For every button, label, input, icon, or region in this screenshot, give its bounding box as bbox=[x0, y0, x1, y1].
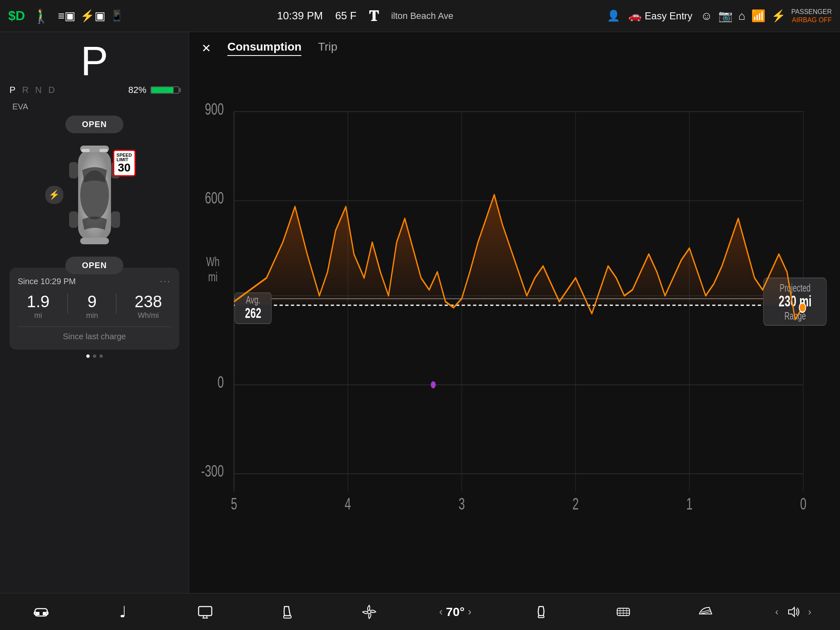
dollar-d-icon: $D bbox=[8, 8, 25, 23]
svg-rect-3 bbox=[69, 211, 78, 228]
stats-menu-dots[interactable]: ··· bbox=[160, 276, 171, 287]
svg-text:1: 1 bbox=[686, 495, 692, 513]
volume-control: ‹ › bbox=[775, 600, 811, 624]
svg-rect-8 bbox=[81, 149, 90, 152]
seat-icon[interactable] bbox=[275, 600, 300, 624]
svg-text:262: 262 bbox=[245, 305, 261, 321]
right-panel: ✕ Consumption Trip 900 60 bbox=[189, 32, 840, 593]
svg-rect-48 bbox=[36, 612, 39, 615]
close-button[interactable]: ✕ bbox=[201, 42, 211, 55]
consumption-chart: 900 600 0 -300 Wh mi 5 4 3 2 1 0 Avg. 26… bbox=[201, 64, 828, 551]
eva-label: EVA bbox=[12, 102, 28, 111]
stat-time-value: 9 bbox=[86, 293, 98, 310]
menu-icon[interactable]: ≡▣ bbox=[58, 9, 75, 23]
svg-point-46 bbox=[799, 303, 806, 312]
wifi-icon: 📶 bbox=[751, 9, 766, 23]
svg-text:900: 900 bbox=[205, 100, 224, 118]
svg-rect-7 bbox=[80, 238, 109, 244]
gear-p[interactable]: P bbox=[9, 85, 16, 95]
stat-distance-value: 1.9 bbox=[27, 293, 50, 310]
svg-text:2: 2 bbox=[572, 495, 579, 513]
stat-time: 9 min bbox=[86, 293, 98, 320]
svg-rect-9 bbox=[100, 149, 108, 152]
svg-rect-2 bbox=[69, 162, 78, 178]
volume-icon[interactable] bbox=[781, 600, 805, 624]
stat-divider-2 bbox=[116, 293, 116, 314]
tab-consumption[interactable]: Consumption bbox=[227, 40, 301, 56]
stat-distance: 1.9 mi bbox=[27, 293, 50, 320]
stats-row: 1.9 mi 9 min 238 Wh/mi bbox=[18, 293, 171, 320]
svg-text:600: 600 bbox=[205, 189, 224, 207]
easy-entry-icon: 🚗 bbox=[628, 9, 641, 22]
battery-bar bbox=[150, 86, 179, 94]
svg-text:5: 5 bbox=[231, 495, 237, 513]
smiley-icon[interactable]: ☺ bbox=[701, 9, 713, 23]
gear-n[interactable]: N bbox=[35, 85, 42, 95]
defrost-rear-icon[interactable] bbox=[611, 600, 636, 624]
battery-info: 82% bbox=[128, 85, 179, 95]
svg-point-44 bbox=[431, 381, 436, 388]
person-alert-icon: 🚶‍♂️ bbox=[32, 8, 50, 24]
fan-icon[interactable] bbox=[357, 600, 382, 624]
easy-entry[interactable]: 🚗 Easy Entry bbox=[628, 9, 692, 22]
status-left: $D 🚶‍♂️ bbox=[8, 8, 50, 24]
svg-rect-49 bbox=[43, 612, 46, 615]
volume-left-arrow[interactable]: ‹ bbox=[775, 606, 778, 618]
svg-text:3: 3 bbox=[458, 495, 465, 513]
stat-distance-unit: mi bbox=[27, 311, 50, 320]
stat-divider-1 bbox=[67, 293, 68, 314]
status-center: 10:39 PM 65 F 𝐓 ilton Beach Ave bbox=[123, 7, 607, 25]
nav-text: ilton Beach Ave bbox=[391, 11, 453, 21]
temp-display: 70° bbox=[446, 605, 465, 619]
stat-efficiency-value: 238 bbox=[134, 293, 162, 310]
svg-text:0: 0 bbox=[800, 495, 806, 513]
battery-percent: 82% bbox=[128, 85, 146, 95]
bluetooth-icon: ⚡ bbox=[771, 9, 786, 23]
tesla-logo: 𝐓 bbox=[369, 7, 379, 25]
car-nav-icon[interactable] bbox=[29, 600, 53, 624]
trip-stats-section: Since 10:29 PM ··· 1.9 mi 9 min 238 Wh/m… bbox=[9, 268, 179, 350]
tab-trip[interactable]: Trip bbox=[318, 40, 337, 56]
music-icon[interactable]: ♩ bbox=[111, 600, 135, 624]
svg-rect-54 bbox=[284, 616, 291, 618]
easy-entry-label: Easy Entry bbox=[645, 10, 692, 22]
prnd-letters: P R N D bbox=[9, 85, 55, 95]
defrost-front-icon[interactable] bbox=[693, 600, 718, 624]
dot-3 bbox=[100, 354, 103, 358]
gear-display: P bbox=[81, 40, 108, 81]
dot-1 bbox=[86, 354, 90, 358]
phone-icon[interactable]: 📱 bbox=[110, 9, 123, 22]
screen-icon[interactable] bbox=[193, 600, 218, 624]
svg-text:-300: -300 bbox=[201, 462, 224, 480]
home-icon[interactable]: ⌂ bbox=[738, 9, 745, 23]
center-icons: ≡▣ ⚡▣ 📱 bbox=[58, 9, 123, 23]
charge-display-icon: ⚡▣ bbox=[80, 9, 105, 23]
svg-text:mi: mi bbox=[208, 269, 218, 284]
open-frunk-button[interactable]: OPEN bbox=[65, 257, 123, 274]
car-svg-wrapper: SPEEDLIMIT 30 bbox=[53, 137, 136, 252]
camera-icon[interactable]: 📷 bbox=[718, 9, 733, 23]
speed-limit-sign: SPEEDLIMIT 30 bbox=[113, 150, 136, 176]
temp-down-arrow[interactable]: ‹ bbox=[439, 605, 443, 618]
chart-area: 900 600 0 -300 Wh mi 5 4 3 2 1 0 Avg. 26… bbox=[201, 64, 828, 551]
charge-indicator: ⚡ bbox=[45, 186, 63, 204]
svg-text:4: 4 bbox=[345, 495, 351, 513]
seat-heat-icon[interactable] bbox=[529, 600, 553, 624]
gear-d[interactable]: D bbox=[48, 85, 55, 95]
stats-header: Since 10:29 PM ··· bbox=[18, 276, 171, 287]
left-panel: P P R N D 82% EVA OPEN SPEEDLIMIT 30 bbox=[0, 32, 189, 593]
speed-limit-label: SPEEDLIMIT bbox=[116, 153, 132, 162]
dot-2 bbox=[93, 354, 96, 358]
open-trunk-button[interactable]: OPEN bbox=[65, 116, 123, 133]
status-bar: $D 🚶‍♂️ ≡▣ ⚡▣ 📱 10:39 PM 65 F 𝐓 ilton Be… bbox=[0, 0, 840, 32]
person-icon: 👤 bbox=[607, 9, 620, 22]
temp-control: ‹ 70° › bbox=[439, 605, 472, 619]
since-time-label: Since 10:29 PM bbox=[18, 277, 76, 286]
chart-tabs: Consumption Trip bbox=[227, 40, 338, 56]
since-last-charge-label: Since last charge bbox=[18, 327, 171, 341]
stat-time-unit: min bbox=[86, 311, 98, 320]
temp-up-arrow[interactable]: › bbox=[468, 605, 472, 618]
volume-right-arrow[interactable]: › bbox=[808, 606, 811, 618]
svg-rect-10 bbox=[201, 64, 828, 551]
gear-r[interactable]: R bbox=[22, 85, 29, 95]
